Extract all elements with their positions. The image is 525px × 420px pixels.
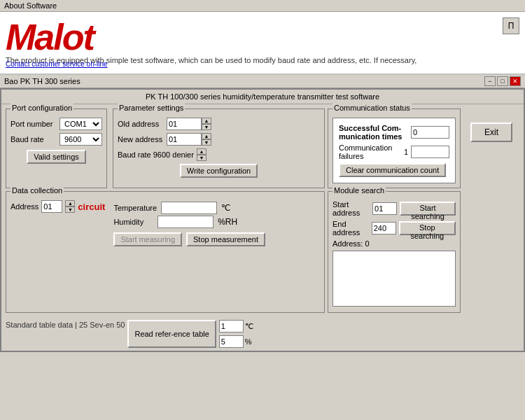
clear-comm-button[interactable]: Clear communication count	[339, 163, 446, 177]
start-searching-button[interactable]: Start searching	[400, 202, 456, 216]
bottom-area: Standard table data | 25 Sev-en 50 Read …	[1, 317, 524, 351]
logo-icon: Π	[503, 18, 519, 34]
new-address-spin-buttons: ▲ ▼	[202, 133, 211, 146]
temperature-row: Temperature ℃	[113, 202, 265, 214]
comm-success-input[interactable]: 0	[411, 126, 449, 139]
end-address-input[interactable]	[372, 222, 396, 234]
old-address-input[interactable]: 01	[167, 118, 202, 130]
old-address-spin-buttons: ▲ ▼	[202, 118, 211, 130]
new-address-spin: 01 ▲ ▼	[167, 133, 211, 146]
port-config-group: Port configuration Port number COM1 COM2…	[6, 108, 107, 188]
stop-searching-button[interactable]: Stop searching	[399, 221, 456, 235]
temp-ref-row: ℃	[219, 320, 253, 332]
baud-denier-down[interactable]: ▼	[197, 155, 206, 161]
old-address-spin: 01 ▲ ▼	[167, 118, 211, 130]
comm-success-label: Successful Com-munication times	[339, 124, 408, 141]
search-results-textarea[interactable]	[332, 251, 456, 307]
window-body: Port configuration Port number COM1 COM2…	[1, 104, 524, 317]
logo-contact[interactable]: Contact customer service on-line	[6, 60, 108, 68]
window-header: PK TH 100/300 series humidity/temperatur…	[1, 90, 524, 104]
address-display-row: Address: 0	[332, 239, 456, 248]
temp-ref-input[interactable]	[219, 320, 244, 332]
window-controls: − □ ✕	[484, 76, 521, 86]
comm-failure-number: 1	[404, 148, 408, 156]
port-number-select[interactable]: COM1 COM2 COM3	[59, 118, 102, 130]
end-address-row: End address Stop searching	[332, 220, 456, 237]
data-collect-title: Data collection	[10, 186, 64, 195]
end-address-label: End address	[332, 220, 369, 237]
main-window: PK TH 100/300 series humidity/temperatur…	[0, 88, 525, 352]
comm-status-title: Communication status	[332, 104, 412, 112]
old-address-down[interactable]: ▼	[202, 124, 211, 130]
minimize-button[interactable]: −	[484, 76, 496, 86]
address-label: Address	[10, 202, 38, 211]
stop-measurement-button[interactable]: Stop measurement	[186, 232, 265, 246]
new-address-input[interactable]: 01	[167, 133, 202, 146]
humidity-label: Humidity	[113, 218, 144, 226]
module-search-title: Module search	[332, 186, 386, 195]
search-results-area	[332, 251, 456, 308]
temp-unit-icon: ℃	[221, 203, 230, 213]
address-display: Address: 0	[332, 239, 370, 248]
address-row: Address ▲ ▼ circuit	[10, 200, 105, 213]
baud-rate-select[interactable]: 9600 4800 19200	[59, 133, 102, 146]
humidity-input[interactable]	[158, 216, 214, 228]
address-spin-buttons: ▲ ▼	[65, 200, 75, 213]
module-search-group: Module search Start address Start search…	[328, 191, 461, 313]
new-address-up[interactable]: ▲	[202, 133, 211, 139]
baud-denier-row: Baud rate 9600 denier ▲ ▼	[118, 148, 320, 161]
window-titlebar: Bao PK TH 300 series − □ ✕	[0, 75, 525, 88]
std-table: Standard table data | 25 Sev-en 50	[6, 320, 125, 330]
exit-button[interactable]: Exit	[470, 122, 512, 142]
humidity-ref-input[interactable]	[219, 335, 244, 348]
comm-status-group: Communication status Successful Com-muni…	[328, 108, 461, 188]
write-config-button[interactable]: Write configuration	[180, 164, 258, 178]
humidity-row: Humidity %RH	[113, 216, 265, 228]
baud-rate-label: Baud rate	[10, 135, 59, 144]
param-settings-group: Parameter settings Old address 01 ▲ ▼ Ne…	[113, 108, 325, 188]
old-address-up[interactable]: ▲	[202, 118, 211, 124]
temp-hum-inputs: ℃ %	[219, 320, 253, 348]
new-address-row: New address 01 ▲ ▼	[118, 133, 320, 146]
old-address-row: Old address 01 ▲ ▼	[118, 118, 320, 130]
maximize-button[interactable]: □	[497, 76, 508, 86]
new-address-label: New address	[118, 135, 167, 144]
address-input[interactable]	[41, 200, 62, 213]
baud-denier-up[interactable]: ▲	[197, 148, 206, 155]
address-down[interactable]: ▼	[65, 206, 75, 213]
circuit-label: circuit	[78, 202, 105, 212]
baud-denier-spin-buttons: ▲ ▼	[197, 148, 206, 161]
baud-rate-row: Baud rate 9600 4800 19200	[10, 133, 102, 146]
humidity-unit-icon: %RH	[218, 217, 237, 227]
new-address-down[interactable]: ▼	[202, 139, 211, 146]
start-measuring-button[interactable]: Start measuring	[113, 232, 182, 246]
start-address-label: Start address	[332, 200, 370, 217]
param-settings-title: Parameter settings	[118, 104, 185, 112]
temperature-label: Temperature	[113, 204, 157, 212]
start-address-row: Start address Start searching	[332, 200, 456, 217]
clear-btn-row: Clear communication count	[339, 163, 449, 177]
dc-address-circuit: Address ▲ ▼ circuit	[10, 200, 105, 213]
temperature-input[interactable]	[161, 202, 217, 214]
logo-text: Malot	[6, 19, 519, 55]
data-collect-group: Data collection Address ▲ ▼ circuit	[6, 191, 325, 313]
humidity-ref-unit: %	[245, 337, 252, 346]
window-title: Bao PK TH 300 series	[4, 77, 80, 85]
baud-denier-label: Baud rate 9600 denier	[118, 150, 194, 159]
address-up[interactable]: ▲	[65, 200, 75, 206]
port-config-title: Port configuration	[10, 104, 74, 112]
exit-area: Exit	[463, 108, 519, 188]
comm-failure-row: Communication failures 1	[339, 144, 449, 160]
temp-ref-unit: ℃	[245, 322, 253, 331]
comm-failure-input[interactable]	[411, 146, 449, 158]
comm-failure-label: Communication failures	[339, 144, 401, 160]
humidity-ref-row: %	[219, 335, 253, 348]
read-ref-button[interactable]: Read refer-ence table	[127, 320, 216, 348]
port-number-label: Port number	[10, 120, 59, 128]
valid-settings-button[interactable]: Valid settings	[27, 150, 86, 164]
close-button[interactable]: ✕	[510, 76, 521, 86]
logo-area: Malot The product is equipped with simpl…	[0, 12, 525, 75]
menu-bar: About Software	[0, 0, 525, 12]
start-address-input[interactable]	[372, 202, 397, 215]
about-menu[interactable]: About Software	[4, 1, 57, 10]
